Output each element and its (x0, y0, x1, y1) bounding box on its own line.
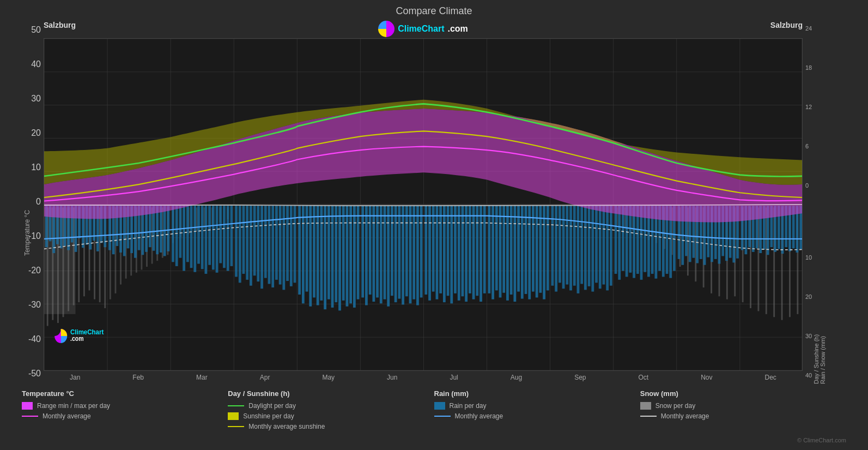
rain-day-label: Rain per day (450, 402, 487, 410)
svg-rect-189 (447, 206, 450, 296)
logo-text-white: .com (448, 24, 468, 34)
page-container: Compare Climate Temperature °C 50 40 30 … (0, 0, 868, 450)
svg-rect-232 (606, 206, 609, 290)
x-axis-may: May (322, 374, 335, 381)
x-axis-nov: Nov (701, 374, 712, 381)
rain-label: Rain / Snow (mm) (820, 20, 826, 384)
svg-text:.com: .com (70, 335, 84, 342)
svg-rect-128 (219, 206, 222, 263)
y-axis-left-values: 50 40 30 20 10 0 -10 -20 -30 -40 -50 (27, 20, 44, 384)
x-axis-jan: Jan (70, 374, 80, 381)
svg-rect-177 (402, 206, 404, 304)
svg-rect-205 (506, 206, 509, 301)
temp-range-label: Range min / max per day (37, 402, 110, 410)
right-city-label: Salzburg (770, 21, 803, 37)
svg-rect-119 (186, 206, 189, 262)
svg-rect-209 (521, 206, 524, 298)
chart-svg: ClimeChart .com (44, 38, 803, 371)
svg-rect-231 (603, 206, 605, 284)
svg-rect-142 (271, 206, 274, 287)
svg-rect-174 (391, 206, 393, 296)
svg-rect-123 (201, 206, 204, 269)
svg-rect-139 (260, 206, 263, 289)
svg-rect-182 (420, 206, 423, 297)
svg-rect-144 (279, 206, 282, 284)
svg-rect-150 (302, 206, 305, 303)
chart-area: Temperature °C 50 40 30 20 10 0 -10 -20 … (11, 20, 857, 384)
sunshine-day-label: Sunshine per day (243, 412, 294, 420)
svg-rect-184 (428, 206, 431, 301)
svg-rect-176 (398, 206, 400, 298)
x-axis-feb: Feb (132, 374, 144, 381)
svg-rect-120 (190, 206, 193, 268)
svg-rect-196 (472, 206, 475, 299)
daylight-swatch (228, 405, 244, 406)
svg-rect-146 (286, 206, 289, 281)
y-axis-left-label: Temperature °C (23, 206, 31, 260)
legend-snow: Snow (mm) Snow per day Monthly average (640, 389, 846, 430)
legend-rain-day: Rain per day (434, 402, 640, 410)
svg-rect-180 (412, 206, 415, 299)
temp-avg-label: Monthly average (43, 412, 91, 420)
svg-rect-126 (212, 206, 215, 269)
legend-temperature: Temperature °C Range min / max per day M… (22, 389, 228, 430)
legend-snow-avg: Monthly average (640, 412, 846, 420)
x-axis-dec: Dec (765, 374, 776, 381)
svg-rect-188 (443, 206, 446, 302)
svg-rect-114 (167, 206, 169, 251)
svg-rect-197 (476, 206, 478, 296)
svg-rect-219 (559, 206, 561, 283)
svg-rect-223 (573, 206, 576, 286)
rain-avg-swatch (434, 416, 451, 417)
svg-rect-124 (205, 206, 208, 274)
legend-temp-title: Temperature °C (22, 389, 228, 398)
svg-rect-200 (488, 206, 490, 293)
svg-rect-140 (264, 206, 267, 278)
svg-rect-227 (588, 206, 591, 286)
left-city-label: Salzburg (44, 21, 76, 37)
svg-rect-233 (610, 206, 612, 286)
svg-rect-149 (298, 206, 301, 295)
svg-rect-172 (384, 206, 386, 299)
svg-rect-186 (436, 206, 439, 299)
svg-rect-170 (376, 206, 379, 297)
svg-rect-156 (324, 206, 326, 309)
legend-temp-avg: Monthly average (22, 412, 228, 420)
svg-rect-179 (409, 206, 412, 303)
svg-rect-155 (320, 206, 323, 301)
svg-rect-210 (525, 206, 527, 294)
svg-rect-211 (528, 206, 531, 299)
svg-rect-164 (353, 206, 356, 308)
x-axis-oct: Oct (639, 374, 649, 381)
svg-rect-230 (599, 206, 602, 289)
svg-rect-221 (566, 206, 568, 284)
svg-rect-224 (577, 206, 580, 293)
x-axis-mar: Mar (196, 374, 208, 381)
snow-day-label: Snow per day (655, 402, 695, 410)
svg-rect-181 (416, 206, 419, 305)
svg-rect-213 (536, 206, 538, 297)
svg-rect-127 (216, 206, 218, 273)
legend-rain-title: Rain (mm) (434, 389, 640, 398)
svg-rect-222 (569, 206, 572, 290)
svg-rect-175 (394, 206, 397, 302)
snow-avg-swatch (640, 416, 657, 417)
svg-rect-208 (517, 206, 520, 291)
svg-rect-191 (454, 206, 457, 293)
svg-rect-116 (175, 206, 178, 266)
svg-rect-236 (622, 206, 624, 271)
svg-rect-125 (208, 206, 211, 265)
logo-top-right: ClimeChart.com (378, 21, 468, 37)
svg-rect-133 (239, 206, 241, 283)
svg-rect-193 (462, 206, 464, 296)
svg-rect-141 (268, 206, 271, 284)
snow-swatch (640, 402, 651, 410)
x-axis-jun: Jun (387, 374, 397, 381)
svg-rect-151 (306, 206, 308, 291)
svg-rect-237 (626, 206, 628, 277)
svg-rect-192 (458, 206, 460, 301)
svg-rect-160 (338, 206, 341, 310)
temp-avg-swatch (22, 416, 38, 417)
logo-icon (378, 21, 394, 37)
svg-rect-228 (591, 206, 594, 291)
